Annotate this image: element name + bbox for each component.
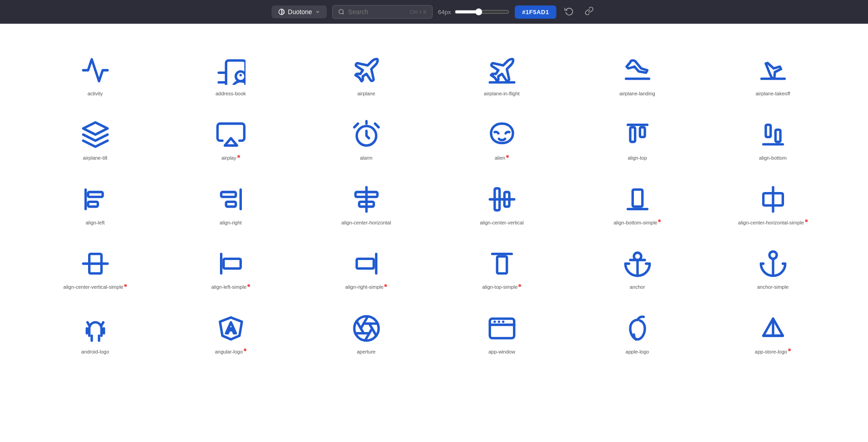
airplane-takeoff-svg: [758, 56, 788, 85]
align-right-svg: [216, 185, 246, 214]
svg-point-8: [235, 72, 245, 81]
icon-cell-align-center-horizontal[interactable]: align-center-horizontal: [298, 171, 434, 235]
beta-badge: [384, 284, 387, 287]
beta-badge: [237, 155, 240, 158]
airplane-svg: [352, 56, 381, 85]
icon-cell-align-center-vertical[interactable]: align-center-vertical: [434, 171, 570, 235]
beta-badge: [244, 348, 246, 351]
icon-cell-airplane-landing[interactable]: airplane-landing: [570, 42, 705, 106]
icon-cell-align-right-simple[interactable]: align-right-simple: [298, 235, 434, 300]
size-slider[interactable]: [455, 8, 509, 16]
android-logo-svg: [81, 314, 110, 343]
svg-rect-32: [633, 189, 642, 206]
icon-cell-airplane-tilt[interactable]: airplane-tilt: [27, 106, 163, 171]
icon-cell-app-store-logo[interactable]: app-store-logo: [705, 300, 841, 364]
address-book-svg: [216, 56, 246, 85]
icon-cell-app-window[interactable]: app-window: [434, 300, 570, 364]
icon-cell-activity[interactable]: activity: [27, 42, 163, 106]
icon-cell-airplay[interactable]: airplay: [163, 106, 298, 171]
svg-point-65: [497, 320, 500, 322]
icon-cell-alarm[interactable]: alarm: [298, 106, 434, 171]
icon-label-airplane-takeoff: airplane-takeoff: [756, 90, 790, 97]
align-top-svg: [623, 120, 652, 149]
icon-cell-airplane-in-flight[interactable]: airplane-in-flight: [434, 42, 570, 106]
svg-rect-42: [497, 256, 507, 273]
icon-cell-align-left-simple[interactable]: align-left-simple: [163, 235, 298, 300]
align-center-vertical-simple-svg: [81, 249, 110, 278]
icon-label-apple-logo: apple-logo: [626, 348, 649, 355]
svg-point-66: [502, 320, 504, 322]
svg-rect-40: [356, 259, 373, 269]
icon-cell-align-center-vertical-simple[interactable]: align-center-vertical-simple: [27, 235, 163, 300]
icon-cell-align-left[interactable]: align-left: [27, 171, 163, 235]
alien-svg: [487, 120, 517, 149]
beta-badge: [124, 284, 127, 287]
icon-cell-anchor[interactable]: anchor: [570, 235, 705, 300]
main-content: activity address-book airplane airplane-…: [0, 24, 868, 442]
icon-label-align-center-vertical-simple: align-center-vertical-simple: [63, 284, 127, 291]
duotone-label: Duotone: [288, 8, 312, 16]
icon-label-activity: activity: [88, 90, 103, 97]
icon-label-airplane-in-flight: airplane-in-flight: [484, 90, 519, 97]
icon-cell-angular-logo[interactable]: angular-logo: [163, 300, 298, 364]
icon-label-align-left-simple: align-left-simple: [211, 284, 250, 291]
icon-cell-apple-logo[interactable]: apple-logo: [570, 300, 705, 364]
svg-rect-14: [630, 127, 635, 142]
alarm-svg: [352, 120, 381, 149]
icon-label-align-center-vertical: align-center-vertical: [480, 219, 524, 226]
svg-rect-24: [226, 202, 235, 207]
icon-label-align-center-horizontal-simple: align-center-horizontal-simple: [738, 219, 807, 226]
icon-label-align-left: align-left: [86, 219, 105, 226]
icon-cell-anchor-simple[interactable]: anchor-simple: [705, 235, 841, 300]
link-button[interactable]: [582, 4, 596, 21]
color-button[interactable]: #1F5AD1: [515, 5, 556, 19]
search-input[interactable]: [348, 8, 403, 16]
duotone-button[interactable]: Duotone: [272, 5, 327, 18]
airplane-in-flight-svg: [487, 56, 517, 85]
icon-cell-align-center-horizontal-simple[interactable]: align-center-horizontal-simple: [705, 171, 841, 235]
icon-label-align-top: align-top: [627, 155, 647, 161]
svg-rect-15: [640, 127, 645, 137]
icon-label-alien: alien: [495, 155, 509, 161]
icon-cell-align-bottom[interactable]: align-bottom: [705, 106, 841, 171]
icon-label-align-right: align-right: [220, 219, 241, 226]
align-bottom-simple-svg: [623, 185, 652, 214]
aperture-svg: [352, 314, 381, 343]
app-window-svg: [487, 314, 517, 343]
beta-badge: [506, 155, 509, 158]
icon-cell-airplane-takeoff[interactable]: airplane-takeoff: [705, 42, 841, 106]
app-store-logo-svg: [758, 314, 788, 343]
icon-cell-android-logo[interactable]: android-logo: [27, 300, 163, 364]
svg-point-1: [339, 10, 343, 14]
icon-cell-align-top[interactable]: align-top: [570, 106, 705, 171]
icon-cell-airplane[interactable]: airplane: [298, 42, 434, 106]
search-bar[interactable]: Ctrl + K: [332, 5, 433, 19]
icon-cell-align-top-simple[interactable]: align-top-simple: [434, 235, 570, 300]
beta-badge: [518, 284, 521, 287]
icon-cell-align-bottom-simple[interactable]: align-bottom-simple: [570, 171, 705, 235]
icon-label-airplay: airplay: [221, 155, 240, 161]
icon-cell-address-book[interactable]: address-book: [163, 42, 298, 106]
size-control: 64px: [438, 8, 509, 16]
apple-logo-svg: [623, 314, 652, 343]
icon-label-airplane: airplane: [357, 90, 375, 97]
topbar: Duotone Ctrl + K 64px #1F5AD1: [0, 0, 868, 24]
reset-button[interactable]: [562, 4, 576, 21]
align-left-svg: [81, 185, 110, 214]
link-icon: [585, 6, 594, 16]
svg-rect-17: [766, 125, 771, 137]
align-center-horizontal-svg: [352, 185, 381, 214]
airplane-landing-svg: [623, 56, 652, 85]
align-right-simple-svg: [352, 249, 381, 278]
svg-rect-18: [775, 130, 780, 142]
icon-label-anchor-simple: anchor-simple: [757, 284, 789, 291]
icon-cell-alien[interactable]: alien: [434, 106, 570, 171]
icon-cell-align-right[interactable]: align-right: [163, 171, 298, 235]
svg-line-2: [343, 13, 344, 15]
airplane-tilt-svg: [81, 120, 110, 149]
svg-rect-38: [224, 259, 241, 269]
icon-cell-aperture[interactable]: aperture: [298, 300, 434, 364]
reset-icon: [565, 6, 574, 16]
icon-label-anchor: anchor: [630, 284, 645, 291]
size-label: 64px: [438, 9, 451, 16]
